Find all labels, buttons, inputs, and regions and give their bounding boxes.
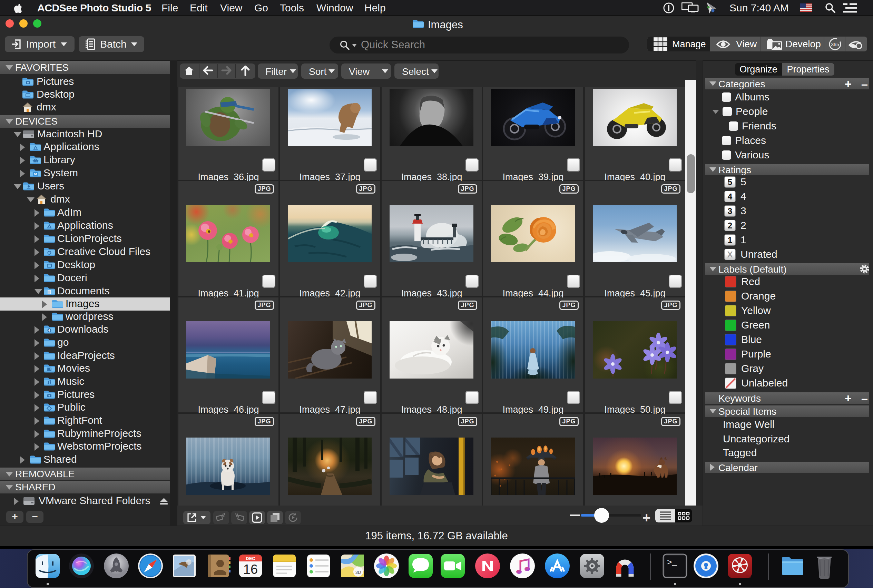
svg-text:>_: >_ <box>667 558 677 567</box>
svg-text:16: 16 <box>243 562 258 577</box>
svg-text:3D: 3D <box>356 570 361 575</box>
svg-text:365: 365 <box>831 42 839 47</box>
svg-text:DEC: DEC <box>246 556 255 561</box>
